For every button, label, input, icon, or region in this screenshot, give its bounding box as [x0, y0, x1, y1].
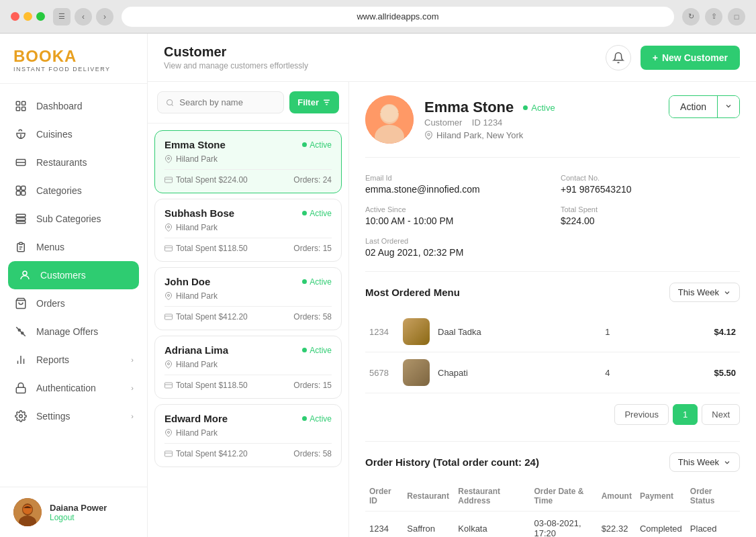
logout-button[interactable]: Logout [50, 513, 107, 522]
customer-detail-status: Active [523, 103, 555, 113]
menu-chevron-icon [723, 289, 731, 297]
sidebar-item-manage-offers[interactable]: Manage Offers [0, 318, 147, 346]
sidebar-item-authentication[interactable]: Authentication › [0, 374, 147, 402]
svg-point-22 [167, 99, 173, 105]
refresh-btn[interactable]: ↻ [682, 8, 700, 26]
page-1-button[interactable]: 1 [673, 404, 698, 425]
page-subtitle: View and manage customers effortlessly [164, 61, 308, 70]
location-icon [164, 429, 173, 437]
sidebar-item-categories[interactable]: Categories [0, 177, 147, 205]
action-button[interactable]: Action [669, 96, 717, 117]
customer-list-panel: Filter Emma Stone Active [148, 82, 349, 537]
menu-item-thumb [399, 352, 434, 393]
active-since-value: 10:00 AM - 10:00 PM [365, 215, 545, 226]
sidebar-item-dashboard[interactable]: Dashboard [0, 92, 147, 120]
customers-icon [17, 268, 32, 283]
col-status: Order Status [686, 481, 740, 511]
order-restaurant: Saffron [403, 511, 454, 538]
order-datetime: 03-08-2021, 17:20 [530, 511, 597, 538]
url-bar[interactable]: www.allrideapps.com [122, 7, 674, 27]
svg-rect-3 [22, 107, 26, 111]
active-since-info: Active Since 10:00 AM - 10:00 PM [365, 205, 545, 226]
orders-text: Orders: 58 [293, 312, 332, 322]
share-btn[interactable]: ⇧ [705, 8, 722, 26]
previous-button[interactable]: Previous [614, 404, 669, 425]
menu-thumbnail [403, 359, 430, 386]
detail-status-text: Active [531, 103, 555, 113]
maximize-dot[interactable] [36, 12, 45, 21]
total-spent: Total Spent $118.50 [164, 381, 248, 390]
forward-btn[interactable]: › [96, 8, 113, 26]
menu-item-price: $4.12 [643, 311, 741, 352]
customer-detail-panel: Emma Stone Active Customer ID 1234 [349, 82, 756, 537]
new-customer-button[interactable]: + New Customer [641, 46, 740, 70]
customer-card[interactable]: Edward More Active Hiland Park [154, 404, 342, 467]
customer-card[interactable]: Adriana Lima Active Hiland Park [154, 336, 342, 399]
user-name: Daiana Power [50, 503, 107, 513]
sidebar-label-orders: Orders [36, 298, 134, 309]
next-button[interactable]: Next [702, 404, 740, 425]
svg-rect-24 [165, 177, 173, 183]
browser-chrome: ☰ ‹ › www.allrideapps.com ↻ ⇧ □ [0, 0, 756, 34]
header-title-group: Customer View and manage customers effor… [164, 44, 308, 70]
new-tab-btn[interactable]: □ [728, 8, 745, 26]
total-spent-text: Total Spent $118.50 [176, 244, 248, 253]
action-dropdown-button[interactable] [717, 96, 739, 117]
order-chevron-icon [723, 458, 731, 467]
sidebar-nav: Dashboard Cuisines Restaurants Categorie… [0, 84, 147, 487]
sidebar-item-reports[interactable]: Reports › [0, 346, 147, 374]
order-id: 1234 [365, 511, 403, 538]
main-content: Customer View and manage customers effor… [148, 34, 756, 537]
col-address: Restaurant Address [454, 481, 530, 511]
svg-rect-27 [165, 246, 173, 251]
filter-button[interactable]: Filter [289, 91, 339, 113]
order-week-selector[interactable]: This Week [669, 452, 740, 472]
sidebar-label-manage-offers: Manage Offers [36, 326, 134, 337]
customer-card[interactable]: Emma Stone Active Hiland Park [154, 130, 342, 193]
sidebar-item-subcategories[interactable]: Sub Categories [0, 205, 147, 233]
sidebar-item-restaurants[interactable]: Restaurants [0, 148, 147, 177]
last-ordered-value: 02 Aug 2021, 02:32 PM [365, 247, 545, 258]
svg-rect-6 [16, 191, 20, 195]
location-text: Hiland Park [176, 360, 218, 369]
notification-bell-button[interactable] [606, 45, 631, 70]
location-icon [164, 360, 173, 369]
col-payment: Payment [636, 481, 686, 511]
svg-point-23 [168, 158, 170, 160]
sidebar-item-customers[interactable]: Customers [8, 261, 139, 289]
categories-icon [13, 183, 28, 198]
orders-text: Orders: 24 [293, 175, 332, 185]
close-dot[interactable] [11, 12, 19, 21]
sidebar-item-settings[interactable]: Settings › [0, 402, 147, 430]
contact-label: Contact No. [561, 174, 740, 182]
sidebar-item-menus[interactable]: Menus [0, 233, 147, 261]
back-btn[interactable]: ‹ [75, 8, 92, 26]
customer-card[interactable]: John Doe Active Hiland Park [154, 267, 342, 330]
card-icon [164, 176, 173, 184]
sidebar-label-menus: Menus [36, 242, 134, 252]
customer-card[interactable]: Subhash Bose Active Hiland Park [154, 199, 342, 262]
email-label: Email Id [365, 174, 545, 182]
last-ordered-info: Last Ordered 02 Aug 2021, 02:32 PM [365, 237, 545, 258]
search-input[interactable] [179, 97, 275, 107]
info-grid: Email Id emma.stone@innofied.com Contact… [365, 174, 740, 258]
sidebar-toggle-btn[interactable]: ☰ [53, 8, 70, 26]
customer-card-header: Subhash Bose Active [164, 207, 332, 219]
page-title: Customer [164, 44, 308, 60]
total-spent: Total Spent $224.00 [164, 175, 248, 185]
location-icon [164, 155, 173, 163]
sidebar-item-orders[interactable]: Orders [0, 289, 147, 318]
detail-city-text: Hiland Park, New York [436, 130, 523, 140]
customer-location: Hiland Park [164, 428, 332, 438]
customer-location: Hiland Park [164, 154, 332, 164]
sidebar-item-cuisines[interactable]: Cuisines [0, 120, 147, 148]
minimize-dot[interactable] [23, 12, 32, 21]
detail-customer-info: Emma Stone Active Customer ID 1234 [365, 95, 555, 144]
svg-rect-2 [16, 107, 19, 111]
plus-icon: + [653, 52, 658, 63]
status-text: Active [310, 140, 332, 150]
customer-name: Emma Stone [164, 139, 226, 150]
menu-week-selector[interactable]: This Week [669, 283, 740, 302]
status-badge: Active [302, 414, 332, 424]
order-address: Kolkata [454, 511, 530, 538]
